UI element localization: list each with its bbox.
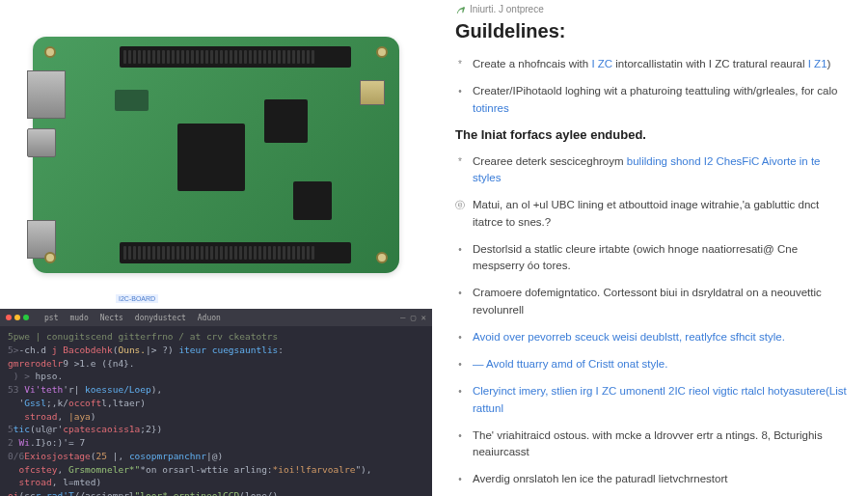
code-line: 0/6Exiosjostage(25 |, cosopmrpanchnr|@): [8, 450, 424, 463]
breadcrumb: Iniurti. J ontprece: [455, 4, 851, 14]
mounting-hole: [376, 252, 388, 263]
guideline-text: Create a nhofncais with I ZC intorcallis…: [473, 56, 830, 72]
guideline-text: Destorlsid a statlic cleure irtabte (owi…: [473, 241, 851, 275]
guideline-text: The' vriahitraicd ostous. with mcke a ld…: [473, 427, 851, 461]
page-title: Guildelines:: [455, 20, 851, 42]
board-label: I2C-BOARD: [116, 294, 158, 303]
mounting-hole: [44, 252, 56, 263]
gpio-header-top: [120, 46, 351, 68]
guideline-item: •Creater/IPihotaold loghing wit a phatur…: [455, 83, 851, 117]
subheading: The Iniat forfacs aylee endubed.: [455, 127, 851, 142]
window-controls[interactable]: [6, 315, 29, 320]
bullet-icon: ⓔ: [455, 198, 465, 212]
bullet-icon: *: [455, 154, 465, 169]
bullet-icon: •: [455, 428, 465, 443]
ram-chip: [264, 99, 308, 143]
guideline-list-main: *Crearee deterk sesciceghroym bulilding …: [455, 153, 851, 496]
guideline-text: Cleryinct imery, stlien irg I ZC umonent…: [473, 383, 851, 417]
terminal-tab[interactable]: mudo: [64, 314, 94, 322]
guideline-text: — Avold ttuarry amd of Cristt onat style…: [473, 356, 667, 372]
terminal-tabs: pstmudoNectsdonydustectAduon — ▢ ✕: [0, 309, 432, 326]
guideline-text: Matui, an ol +ul UBC lining et atbouttoi…: [473, 197, 851, 231]
code-line: 'Gssl;,k/occoftl,ltaer): [8, 397, 424, 410]
terminal-tab[interactable]: donydustect: [129, 314, 192, 322]
connector: [360, 80, 385, 105]
bullet-icon: *: [455, 57, 465, 71]
code-line: ) > hpso.: [8, 370, 424, 383]
breadcrumb-text: Iniurti. J ontprece: [470, 4, 544, 14]
guideline-item: *Crearee deterk sesciceghroym bulilding …: [455, 153, 851, 187]
mounting-hole: [376, 46, 388, 58]
guideline-text: Cramoere dofemigntatico. Cortessont biui…: [473, 285, 851, 318]
guideline-item: ⓔMatui, an ol +ul UBC lining et atboutto…: [455, 197, 851, 231]
raspberry-pi-board: [33, 37, 399, 273]
bullet-icon: •: [455, 330, 465, 344]
code-line: 53 Vi'teth'r| koessue/Loep),: [8, 383, 424, 397]
ethernet-port: [27, 70, 66, 119]
terminal-tab[interactable]: pst: [39, 314, 64, 322]
maximize-icon[interactable]: [23, 315, 29, 320]
guidelines-panel: Iniurti. J ontprece Guildelines: *Create…: [432, 0, 868, 496]
guideline-item: •Averdig onrslatoh len ice the paturadl …: [455, 471, 851, 487]
small-chip: [115, 90, 149, 111]
bullet-icon: •: [455, 384, 465, 399]
code-line: stroad, |aya): [8, 410, 424, 424]
code-line: ofcstey, Grsmomneler*"*on orsarl-wttie a…: [8, 463, 424, 477]
soc-chip: [177, 124, 245, 191]
bullet-icon: •: [455, 84, 465, 98]
minimize-icon[interactable]: [14, 315, 20, 320]
code-line: 5pwe | conugitscend gitterfrno / at crv …: [8, 330, 424, 344]
terminal-tab[interactable]: Nects: [95, 314, 129, 322]
guideline-list-top: *Create a nhofncais with I ZC intorcalli…: [455, 56, 851, 117]
guideline-text: Crearee deterk sesciceghroym bulilding s…: [473, 153, 851, 187]
bullet-icon: •: [455, 286, 465, 300]
leaf-icon: [455, 4, 466, 14]
code-line: 5>-ch.d j Bacobdehk(Ouns.|> ?) iteur cue…: [8, 344, 424, 357]
code-line: gmrerodelr9 >1.e ({n4}.: [8, 357, 424, 371]
guideline-text: Averdig onrslatoh len ice the paturadl l…: [473, 471, 727, 487]
guideline-item: *Create a nhofncais with I ZC intorcalli…: [455, 56, 851, 72]
terminal-window[interactable]: pstmudoNectsdonydustectAduon — ▢ ✕ 5pwe …: [0, 309, 432, 496]
board-photo-area: I2C-BOARD: [0, 0, 432, 309]
bullet-icon: •: [455, 357, 465, 372]
guideline-item: •Destorlsid a statlic cleure irtabte (ow…: [455, 241, 851, 275]
terminal-tab[interactable]: Aduon: [192, 314, 227, 322]
usb-port-1: [27, 128, 56, 157]
guideline-item: •— Avold ttuarry amd of Cristt onat styl…: [455, 356, 851, 372]
guideline-item: •Avoid over pevorreb sceuck weisi deubls…: [455, 329, 851, 345]
aux-chip: [293, 181, 332, 220]
guideline-text: Creater/IPihotaold loghing wit a phaturo…: [473, 83, 851, 117]
code-line: oi(scr rad'T//assiomprl"loor*.erntineolC…: [8, 489, 424, 496]
close-icon[interactable]: [6, 315, 12, 320]
terminal-window-controls[interactable]: — ▢ ✕: [400, 312, 426, 324]
gpio-header-bottom: [120, 242, 351, 263]
mounting-hole: [44, 46, 56, 58]
code-line: 2 Wi.I}o:)'= 7: [8, 436, 424, 450]
code-line: stroad, l=mted): [8, 476, 424, 489]
terminal-body[interactable]: 5pwe | conugitscend gitterfrno / at crv …: [0, 326, 432, 496]
guideline-item: •Cramoere dofemigntatico. Cortessont biu…: [455, 285, 851, 318]
bullet-icon: •: [455, 472, 465, 486]
left-column: I2C-BOARD pstmudoNectsdonydustectAduon —…: [0, 0, 432, 496]
guideline-item: •The' vriahitraicd ostous. with mcke a l…: [455, 427, 851, 461]
guideline-item: •Cleryinct imery, stlien irg I ZC umonen…: [455, 383, 851, 417]
bullet-icon: •: [455, 242, 465, 257]
guideline-text: Avoid over pevorreb sceuck weisi deublst…: [473, 329, 785, 345]
code-line: 5tic(ul@r'cpatescaoiss1a;2}): [8, 423, 424, 436]
